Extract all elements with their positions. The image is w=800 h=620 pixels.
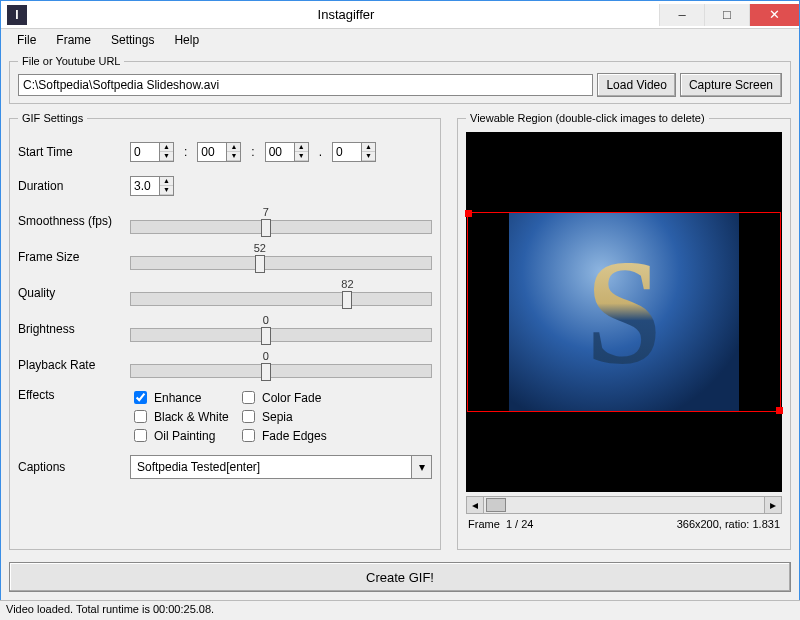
effect-oil-painting-checkbox[interactable] [134,429,147,442]
gif-settings-legend: GIF Settings [18,112,87,124]
spin-up-icon[interactable]: ▲ [362,143,375,152]
effect-black-white-label: Black & White [154,410,229,424]
effects-label: Effects [18,388,130,402]
frame-size-slider[interactable] [130,256,432,270]
quality-value: 82 [341,278,353,290]
selection-handle-br[interactable] [776,407,783,414]
playback-rate-slider[interactable] [130,364,432,378]
spin-up-icon[interactable]: ▲ [160,143,173,152]
brightness-value: 0 [263,314,269,326]
effect-enhance[interactable]: Enhance [130,388,238,407]
scroll-right-button[interactable]: ▸ [764,497,781,513]
captions-label: Captions [18,460,130,474]
selection-rectangle[interactable] [467,212,781,412]
load-video-button[interactable]: Load Video [597,73,676,97]
effect-color-fade[interactable]: Color Fade [238,388,346,407]
spin-up-icon[interactable]: ▲ [295,143,308,152]
slider-thumb[interactable] [261,327,271,345]
smoothness-label: Smoothness (fps) [18,214,130,228]
playback-rate-label: Playback Rate [18,358,130,372]
effect-fade-edges[interactable]: Fade Edges [238,426,346,445]
spin-up-icon[interactable]: ▲ [160,177,173,186]
frame-scrollbar[interactable]: ◂ ▸ [466,496,782,514]
effect-sepia-checkbox[interactable] [242,410,255,423]
start-seconds-input[interactable] [266,143,294,161]
effect-fade-edges-checkbox[interactable] [242,429,255,442]
captions-input[interactable] [131,456,411,478]
frame-size-value: 52 [254,242,266,254]
start-frames-input[interactable] [333,143,361,161]
frame-size-label: Frame Size [18,250,130,264]
menu-file[interactable]: File [7,31,46,49]
start-frames-spinner[interactable]: ▲▼ [332,142,376,162]
effect-sepia-label: Sepia [262,410,293,424]
quality-label: Quality [18,286,130,300]
close-button[interactable]: ✕ [749,4,799,26]
viewable-region-group: Viewable Region (double-click images to … [457,112,791,550]
duration-label: Duration [18,179,130,193]
effect-oil-painting-label: Oil Painting [154,429,215,443]
frame-dimensions: 366x200, ratio: 1.831 [677,518,780,530]
slider-thumb[interactable] [261,219,271,237]
create-gif-button[interactable]: Create GIF! [9,562,791,592]
brightness-label: Brightness [18,322,130,336]
start-minutes-spinner[interactable]: ▲▼ [197,142,241,162]
spin-down-icon[interactable]: ▼ [295,152,308,161]
url-legend: File or Youtube URL [18,55,124,67]
playback-rate-value: 0 [263,350,269,362]
effect-fade-edges-label: Fade Edges [262,429,327,443]
spin-down-icon[interactable]: ▼ [362,152,375,161]
brightness-slider[interactable] [130,328,432,342]
minimize-button[interactable]: – [659,4,704,26]
effect-sepia[interactable]: Sepia [238,407,346,426]
slider-thumb[interactable] [261,363,271,381]
maximize-button[interactable]: □ [704,4,749,26]
gif-settings-group: GIF Settings Start Time ▲▼ : ▲▼ : ▲▼ . ▲… [9,112,441,550]
duration-input[interactable] [131,177,159,195]
preview-canvas[interactable]: S [466,132,782,492]
selection-handle-tl[interactable] [465,210,472,217]
start-hours-input[interactable] [131,143,159,161]
effect-black-white[interactable]: Black & White [130,407,238,426]
chevron-down-icon: ▾ [419,460,425,474]
quality-slider[interactable] [130,292,432,306]
url-group: File or Youtube URL Load Video Capture S… [9,55,791,104]
viewable-legend: Viewable Region (double-click images to … [466,112,709,124]
smoothness-value: 7 [263,206,269,218]
captions-combo[interactable]: ▾ [130,455,432,479]
menu-settings[interactable]: Settings [101,31,164,49]
scroll-track[interactable] [484,497,764,513]
app-icon: I [7,5,27,25]
titlebar: I Instagiffer – □ ✕ [1,1,799,29]
effect-color-fade-label: Color Fade [262,391,321,405]
spin-up-icon[interactable]: ▲ [227,143,240,152]
url-input[interactable] [18,74,593,96]
window-title: Instagiffer [33,7,659,22]
menu-frame[interactable]: Frame [46,31,101,49]
status-bar: Video loaded. Total runtime is 00:00:25.… [0,600,800,620]
menu-help[interactable]: Help [164,31,209,49]
slider-thumb[interactable] [342,291,352,309]
duration-spinner[interactable]: ▲▼ [130,176,174,196]
captions-dropdown-button[interactable]: ▾ [411,456,431,478]
spin-down-icon[interactable]: ▼ [160,186,173,195]
scroll-left-button[interactable]: ◂ [467,497,484,513]
effect-black-white-checkbox[interactable] [134,410,147,423]
effect-oil-painting[interactable]: Oil Painting [130,426,238,445]
spin-down-icon[interactable]: ▼ [227,152,240,161]
effect-enhance-label: Enhance [154,391,201,405]
menubar: File Frame Settings Help [1,29,799,51]
start-seconds-spinner[interactable]: ▲▼ [265,142,309,162]
effect-color-fade-checkbox[interactable] [242,391,255,404]
spin-down-icon[interactable]: ▼ [160,152,173,161]
effect-enhance-checkbox[interactable] [134,391,147,404]
start-hours-spinner[interactable]: ▲▼ [130,142,174,162]
frame-position: Frame 1 / 24 [468,518,533,530]
slider-thumb[interactable] [255,255,265,273]
scroll-thumb[interactable] [486,498,506,512]
smoothness-slider[interactable] [130,220,432,234]
capture-screen-button[interactable]: Capture Screen [680,73,782,97]
start-minutes-input[interactable] [198,143,226,161]
start-time-label: Start Time [18,145,130,159]
